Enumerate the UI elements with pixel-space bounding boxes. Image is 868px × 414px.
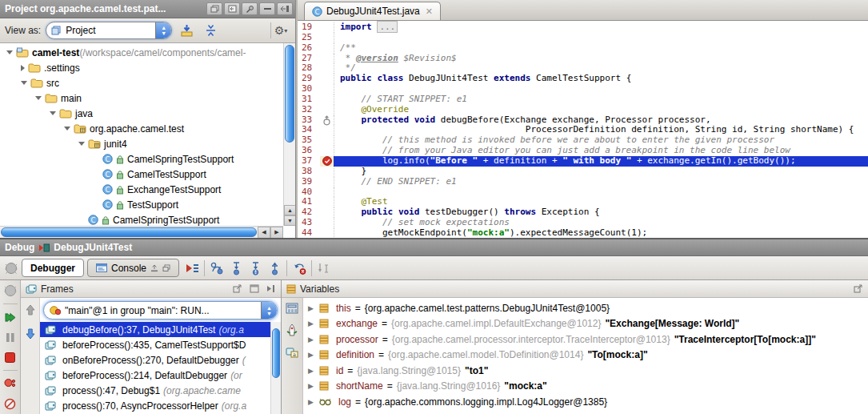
frames-list: debugBefore():37, DebugJUnit4Test (org.a… xyxy=(40,322,281,413)
breakpoint-icon[interactable] xyxy=(320,156,334,167)
tab-console[interactable]: Console xyxy=(87,259,179,277)
tree-hscroll-thumb[interactable] xyxy=(1,227,257,237)
pause-button[interactable] xyxy=(3,330,18,344)
view-breakpoints-button[interactable] xyxy=(3,376,18,391)
tree-horizontal-scrollbar[interactable]: ◀ ▶ xyxy=(0,226,283,238)
tree-item-org-apache-camel-test[interactable]: org.apache.camel.test xyxy=(0,121,283,136)
rerun-button[interactable] xyxy=(4,261,18,275)
code-line-39[interactable]: 39 // END SNIPPET: e1 xyxy=(298,177,868,187)
code-editor[interactable]: 19import ...2526/**27 * @version $Revisi… xyxy=(298,21,868,238)
tree-vertical-scrollbar[interactable]: ▲ ▼ xyxy=(283,43,295,226)
variable-row-id[interactable]: ▶id = {java.lang.String@1015}"to1" xyxy=(303,363,868,379)
minimize-window-button[interactable] xyxy=(259,2,275,15)
tree-item-camelspringtestsupport[interactable]: CCamelSpringTestSupport xyxy=(0,151,283,167)
tree-item-java[interactable]: java xyxy=(0,106,283,121)
variable-row-definition[interactable]: ▶definition = {org.apache.camel.model.To… xyxy=(303,348,868,364)
tree-item-testsupport[interactable]: CTestSupport xyxy=(0,197,283,212)
frames-hide-button[interactable] xyxy=(266,284,276,293)
variable-row-this[interactable]: ▶this = {org.apache.camel.test.patterns.… xyxy=(303,300,868,316)
variable-row-exchange[interactable]: ▶exchange = {org.apache.camel.impl.Defau… xyxy=(303,316,868,332)
code-line-25[interactable]: 25 xyxy=(298,33,868,43)
expand-icon[interactable]: ▶ xyxy=(308,351,315,359)
frames-float-button[interactable] xyxy=(233,284,242,293)
float-window-button[interactable] xyxy=(206,2,222,15)
editor-tab-label: DebugJUnit4Test.java xyxy=(326,6,420,17)
variable-row-shortName[interactable]: ▶shortName = {java.lang.String@1016}"moc… xyxy=(303,379,868,395)
pop-frame-button[interactable] xyxy=(290,259,309,278)
code-line-37[interactable]: 37 log.info("Before " + definition + " w… xyxy=(298,156,868,167)
next-frame-button[interactable] xyxy=(25,328,36,343)
mute-breakpoints-button[interactable] xyxy=(3,396,18,411)
step-out-button[interactable] xyxy=(265,259,284,278)
step-into-button[interactable] xyxy=(226,259,246,278)
evaluate-expression-button[interactable] xyxy=(286,303,298,317)
autoscroll-to-source-button[interactable] xyxy=(177,22,196,39)
expand-icon[interactable]: ▶ xyxy=(308,398,315,406)
thread-selector[interactable]: "main"@1 in group "main": RUN... ▲▼ xyxy=(43,301,278,320)
expand-icon[interactable]: ▶ xyxy=(308,336,315,344)
hide-window-button[interactable] xyxy=(277,2,293,15)
tree-item-main[interactable]: main xyxy=(0,90,283,106)
frame-row-0[interactable]: debugBefore():37, DebugJUnit4Test (org.a xyxy=(40,322,281,337)
duke-helper-button[interactable] xyxy=(286,324,298,340)
editor-tab[interactable]: C DebugJUnit4Test.java ✕ xyxy=(304,2,441,20)
stop-button[interactable] xyxy=(3,350,18,364)
tab-debugger[interactable]: Debugger xyxy=(22,259,84,277)
collapse-all-button[interactable] xyxy=(201,22,220,39)
tree-expand-icon[interactable] xyxy=(6,50,13,54)
stack-frame-icon xyxy=(45,386,56,396)
pin-window-button[interactable] xyxy=(242,2,258,15)
view-as-select[interactable]: Project ▲▼ xyxy=(46,22,172,39)
tree-expand-icon[interactable] xyxy=(50,111,56,115)
close-tab-icon[interactable]: ✕ xyxy=(426,6,433,17)
step-over-button[interactable] xyxy=(207,259,226,278)
tree-expand-icon[interactable] xyxy=(21,65,25,71)
scroll-left-button[interactable]: ◀ xyxy=(258,227,270,239)
auto-variables-mode-button[interactable]: a xyxy=(286,347,298,361)
frame-row-4[interactable]: process():47, Debug$1 (org.apache.came xyxy=(40,383,281,398)
override-marker-icon[interactable] xyxy=(320,115,334,126)
tree-item-exchangetestsupport[interactable]: CExchangeTestSupport xyxy=(0,182,283,197)
frame-row-2[interactable]: onBeforeProcess():270, DefaultDebugger ( xyxy=(40,352,281,368)
tree-expand-icon[interactable] xyxy=(35,96,42,100)
frame-row-3[interactable]: beforeProcess():214, DefaultDebugger (or xyxy=(40,368,281,383)
expand-icon[interactable]: ▶ xyxy=(308,320,315,328)
expand-icon[interactable]: ▶ xyxy=(308,367,315,375)
code-line-29[interactable]: 29public class DebugJUnit4Test extends C… xyxy=(298,74,868,84)
previous-frame-button[interactable] xyxy=(25,304,36,319)
show-execution-point-button[interactable] xyxy=(182,259,202,278)
tree-expand-icon[interactable] xyxy=(78,142,85,146)
expand-icon[interactable]: ▶ xyxy=(308,304,315,312)
tree-item-src[interactable]: src xyxy=(0,75,283,90)
expand-icon[interactable]: ▶ xyxy=(308,382,315,390)
variables-float-button[interactable] xyxy=(854,284,863,293)
rerun-disabled-button[interactable] xyxy=(3,283,18,298)
run-to-cursor-button[interactable] xyxy=(314,259,334,278)
tree-expand-icon[interactable] xyxy=(64,127,70,131)
scroll-up-button[interactable]: ▲ xyxy=(284,205,295,215)
variable-row-processor[interactable]: ▶processor = {org.apache.camel.processor… xyxy=(303,332,868,348)
tree-item-camel-test[interactable]: camel-test (/workspace/camel/components/… xyxy=(0,45,283,60)
frames-window-button[interactable] xyxy=(250,284,259,293)
code-line-44[interactable]: 44 getMockEndpoint("mock:a").expectedMes… xyxy=(298,228,868,238)
dock-window-button[interactable] xyxy=(224,2,240,15)
tree-expand-icon[interactable] xyxy=(21,81,27,85)
scroll-down-button[interactable]: ▼ xyxy=(284,215,295,226)
frame-row-5[interactable]: process():70, AsyncProcessorHelper (org.… xyxy=(40,398,281,413)
gutter-slot xyxy=(320,125,334,135)
resume-button[interactable] xyxy=(3,310,18,324)
gutter-slot xyxy=(320,74,334,84)
frames-scroll-thumb[interactable] xyxy=(272,328,280,378)
tree-item-junit4[interactable]: junit4 xyxy=(0,136,283,151)
scroll-right-button[interactable]: ▶ xyxy=(270,227,283,239)
tree-item--settings[interactable]: .settings xyxy=(0,60,283,75)
tree-item-cameltestsupport[interactable]: CCamelTestSupport xyxy=(0,167,283,182)
frame-row-1[interactable]: beforeProcess():435, CamelTestSupport$D xyxy=(40,337,281,352)
code-line-19[interactable]: 19import ... xyxy=(298,22,868,33)
variable-row-log[interactable]: ▶log = {org.apache.commons.logging.impl.… xyxy=(303,394,868,410)
code-line-27[interactable]: 27 * @version $Revision$ xyxy=(298,54,868,64)
tree-vscroll-thumb[interactable] xyxy=(285,45,294,143)
force-step-into-button[interactable]: ! xyxy=(246,259,265,278)
settings-menu-button[interactable]: ⚙▾ xyxy=(270,22,290,39)
frames-scrollbar[interactable] xyxy=(270,322,281,414)
